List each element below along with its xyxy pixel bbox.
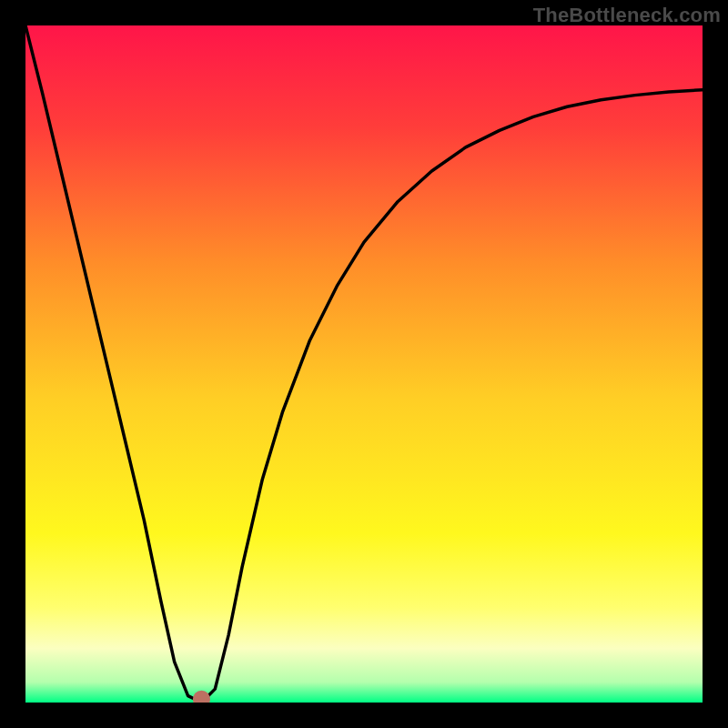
chart-plot — [25, 25, 703, 703]
plot-background — [25, 25, 703, 703]
chart-container: TheBottleneck.com — [0, 0, 728, 728]
watermark-text: TheBottleneck.com — [533, 4, 721, 27]
